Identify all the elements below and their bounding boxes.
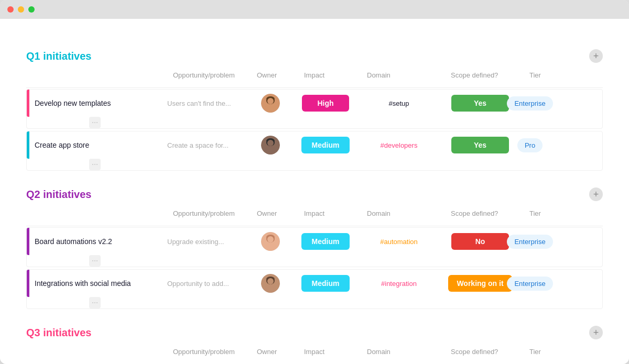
table-row: Integrations with social mediaOpportunit… (26, 269, 603, 309)
row-domain: #integration (357, 280, 441, 288)
close-dot[interactable] (7, 6, 14, 13)
table-row: Create app storeCreate a space for... Me… (26, 131, 603, 171)
row-tier: Enterprise (519, 235, 540, 249)
row-expand-button[interactable]: ⋯ (89, 117, 101, 128)
q1-column-headers: Opportunity/problemOwnerImpactDomainScop… (26, 67, 603, 88)
impact-badge: Medium (301, 137, 350, 153)
svg-point-17 (265, 242, 276, 251)
col-header-opportunity-problem: Opportunity/problem (169, 207, 253, 219)
col-header-impact: Impact (300, 207, 363, 219)
maximize-dot[interactable] (28, 6, 35, 13)
col-header-tier: Tier (525, 207, 546, 219)
row-scope: Yes (441, 137, 519, 153)
row-tier: Pro (519, 138, 540, 152)
q1-header: Q1 initiatives+ (26, 49, 603, 63)
impact-badge: High (302, 95, 349, 112)
row-name-cell: Integrations with social media (27, 270, 163, 297)
col-header-owner: Owner (253, 69, 300, 81)
table-row: Develop new templatesUsers can't find th… (26, 89, 603, 129)
section-q2: Q2 initiatives+Opportunity/problemOwnerI… (26, 187, 603, 309)
section-q3: Q3 initiatives+Opportunity/problemOwnerI… (26, 326, 603, 364)
tier-badge: Pro (517, 138, 543, 152)
col-header-tier: Tier (525, 69, 546, 81)
col-header-opportunity-problem: Opportunity/problem (169, 346, 253, 358)
titlebar (0, 0, 629, 19)
scope-badge: No (451, 233, 509, 250)
scope-badge: Yes (451, 95, 509, 112)
col-header-domain: Domain (363, 69, 447, 81)
tier-badge: Enterprise (507, 96, 552, 111)
scope-badge: Working on it (448, 275, 512, 292)
q2-header: Q2 initiatives+ (26, 187, 603, 201)
avatar (261, 232, 280, 251)
row-opportunity: Users can't find the... (163, 100, 247, 107)
col-header-scope-defined-: Scope defined? (447, 346, 525, 358)
row-domain: #developers (357, 141, 441, 149)
row-expand-button[interactable]: ⋯ (89, 159, 101, 170)
row-tier: Enterprise (519, 96, 540, 111)
row-expand-button[interactable]: ⋯ (89, 255, 101, 267)
q3-column-headers: Opportunity/problemOwnerImpactDomainScop… (26, 344, 603, 364)
q3-title: Q3 initiatives (26, 327, 92, 339)
row-name-text: Integrations with social media (29, 279, 136, 288)
row-impact: Medium (294, 275, 357, 292)
row-domain: #automation (357, 238, 441, 246)
row-action: ⋯ (27, 255, 163, 267)
q2-title: Q2 initiatives (26, 189, 92, 201)
col-header-impact: Impact (300, 346, 363, 358)
row-name-text: Create app store (29, 141, 94, 149)
main-content: Q1 initiatives+Opportunity/problemOwnerI… (0, 19, 629, 364)
avatar (261, 274, 280, 293)
minimize-dot[interactable] (18, 6, 24, 13)
svg-point-10 (267, 140, 274, 146)
row-name-cell: Develop new templates (27, 90, 163, 117)
impact-badge: Medium (301, 233, 350, 250)
row-action: ⋯ (27, 159, 163, 170)
row-name-text: Develop new templates (29, 99, 116, 107)
app-window: Q1 initiatives+Opportunity/problemOwnerI… (0, 0, 629, 364)
row-name-cell: Board automations v2.2 (27, 228, 163, 255)
row-impact: Medium (294, 233, 357, 250)
svg-point-23 (265, 284, 276, 293)
q3-header: Q3 initiatives+ (26, 326, 603, 339)
row-opportunity: Create a space for... (163, 141, 247, 149)
q1-add-button[interactable]: + (589, 49, 603, 63)
scope-badge: Yes (451, 137, 509, 153)
q2-column-headers: Opportunity/problemOwnerImpactDomainScop… (26, 205, 603, 226)
col-header-domain: Domain (363, 207, 447, 219)
row-expand-button[interactable]: ⋯ (89, 297, 101, 308)
row-name-cell: Create app store (27, 131, 163, 159)
row-owner (247, 136, 294, 155)
q3-add-button[interactable]: + (589, 326, 603, 339)
svg-point-16 (267, 236, 274, 242)
svg-point-5 (265, 104, 276, 113)
col-header-opportunity-problem: Opportunity/problem (169, 69, 253, 81)
row-impact: Medium (294, 137, 357, 153)
col-header-scope-defined-: Scope defined? (447, 69, 525, 81)
svg-point-22 (267, 278, 274, 284)
q2-add-button[interactable]: + (589, 187, 603, 201)
col-header-tier: Tier (525, 346, 546, 358)
row-action: ⋯ (27, 117, 163, 128)
col-header-domain: Domain (363, 346, 447, 358)
row-name-text: Board automations v2.2 (29, 237, 117, 246)
col-header-owner: Owner (253, 207, 300, 219)
svg-point-11 (265, 146, 276, 155)
row-domain: #setup (357, 100, 441, 107)
row-tier: Enterprise (519, 277, 540, 291)
q1-title: Q1 initiatives (26, 50, 92, 62)
row-owner (247, 94, 294, 113)
col-header-owner: Owner (253, 346, 300, 358)
avatar (261, 136, 280, 155)
svg-point-4 (267, 98, 274, 104)
col-header-scope-defined-: Scope defined? (447, 207, 525, 219)
tier-badge: Enterprise (507, 277, 552, 291)
row-owner (247, 232, 294, 251)
row-impact: High (294, 95, 357, 112)
row-opportunity: Opportunity to add... (163, 280, 247, 288)
row-action: ⋯ (27, 297, 163, 308)
impact-badge: Medium (301, 275, 350, 292)
tier-badge: Enterprise (507, 235, 552, 249)
section-q1: Q1 initiatives+Opportunity/problemOwnerI… (26, 49, 603, 171)
row-opportunity: Upgrade existing... (163, 238, 247, 246)
